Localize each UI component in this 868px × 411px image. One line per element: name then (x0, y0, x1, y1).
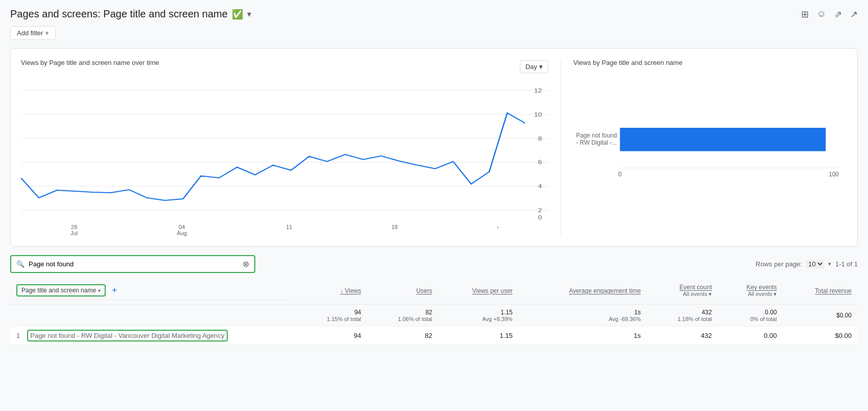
col-header-total-revenue[interactable]: Total revenue (783, 277, 858, 305)
svg-text:6: 6 (538, 159, 542, 165)
col-header-event-count[interactable]: Event count All events ▾ (647, 277, 718, 305)
add-column-button[interactable]: + (112, 285, 117, 296)
day-selector-label: Day (525, 63, 537, 71)
views-label: ↓ Views (340, 287, 361, 294)
row-index: 1 (16, 332, 20, 339)
totals-row: 94 1.15% of total 82 1.06% of total 1.15… (10, 305, 858, 327)
title-area: Pages and screens: Page title and screen… (10, 8, 251, 20)
search-box[interactable]: 🔍 ⊗ (10, 255, 255, 273)
line-chart-title: Views by Page title and screen name over… (21, 59, 159, 66)
col-filter-arrow[interactable]: ▾ (98, 288, 101, 293)
svg-text:0: 0 (538, 214, 542, 220)
add-filter-plus: + (45, 29, 49, 37)
search-clear-icon[interactable]: ⊗ (243, 259, 249, 269)
rows-per-page-dropdown-icon: ▾ (828, 261, 831, 267)
svg-text:4: 4 (538, 183, 542, 189)
x-sub-aug: Aug (177, 230, 187, 236)
svg-text:Page not found: Page not found (576, 131, 617, 139)
col-filter-label: Page title and screen name (21, 287, 96, 294)
rows-per-page-control: Rows per page: 10 25 50 ▾ 1-1 of 1 (756, 260, 858, 268)
totals-total-revenue: $0.00 (783, 305, 858, 327)
line-chart-svg: 12 10 8 6 4 2 0 (21, 79, 548, 222)
svg-text:8: 8 (538, 135, 542, 142)
row-index-cell: 1 Page not found - RW Digital - Vancouve… (10, 327, 296, 345)
col-header-key-events[interactable]: Key events All events ▾ (718, 277, 783, 305)
svg-text:0: 0 (618, 171, 622, 178)
x-label-28: 28 (71, 224, 77, 230)
totals-views-per-user: 1.15 Avg +8.39% (439, 305, 519, 327)
row-views: 94 (296, 327, 367, 345)
users-label: Users (416, 287, 432, 294)
event-count-sub[interactable]: All events ▾ (653, 291, 712, 298)
col-header-avg-engagement[interactable]: Average engagement time (519, 277, 647, 305)
totals-label (10, 305, 296, 327)
event-count-dropdown[interactable]: ▾ (709, 291, 712, 297)
add-filter-button[interactable]: Add filter + (10, 26, 56, 40)
page-title: Pages and screens: Page title and screen… (10, 8, 228, 20)
key-events-label: Key events (746, 284, 777, 291)
day-selector-arrow: ▾ (539, 63, 543, 71)
totals-avg-engagement: 1s Avg -69.36% (519, 305, 647, 327)
row-views-per-user: 1.15 (439, 327, 519, 345)
annotate-icon[interactable]: ↗ (850, 9, 858, 20)
line-chart-area: 12 10 8 6 4 2 0 (21, 79, 548, 222)
col-filter-badge[interactable]: Page title and screen name ▾ (16, 284, 106, 296)
avg-engagement-label: Average engagement time (569, 287, 641, 294)
x-axis-labels: 28 Jul 04 Aug 11 18 › (21, 224, 548, 236)
totals-views: 94 1.15% of total (296, 305, 367, 327)
day-selector[interactable]: Day ▾ (520, 60, 548, 73)
rows-per-page-select[interactable]: 10 25 50 (806, 260, 824, 268)
title-dropdown-arrow[interactable]: ▾ (247, 9, 251, 19)
face-icon[interactable]: ☺ (817, 9, 826, 19)
col-header-users[interactable]: Users (367, 277, 438, 305)
totals-users: 82 1.06% of total (367, 305, 438, 327)
totals-key-events: 0.00 0% of total (718, 305, 783, 327)
x-label-18: 18 (392, 224, 398, 230)
svg-text:10: 10 (534, 111, 542, 118)
x-sub-jul: Jul (70, 230, 78, 236)
svg-text:100: 100 (829, 171, 839, 178)
add-filter-label: Add filter (17, 29, 43, 37)
compare-icon[interactable]: ⊞ (801, 9, 809, 20)
views-per-user-label: Views per user (472, 287, 513, 294)
bar-chart-title: Views by Page title and screen name (573, 59, 683, 66)
row-users: 82 (367, 327, 438, 345)
row-avg-engagement: 1s (519, 327, 647, 345)
rows-per-page-label: Rows per page: (756, 260, 802, 268)
column-filter-row: Page title and screen name ▾ + (16, 281, 290, 300)
share-icon[interactable]: ⇗ (834, 9, 842, 20)
event-count-label: Event count (680, 284, 712, 291)
line-chart-header: Views by Page title and screen name over… (21, 59, 548, 75)
svg-text:12: 12 (534, 87, 542, 94)
search-icon: 🔍 (16, 260, 25, 268)
totals-event-count: 432 1.18% of total (647, 305, 718, 327)
next-arrow[interactable]: › (497, 224, 499, 236)
svg-rect-15 (620, 128, 826, 151)
svg-text:2: 2 (538, 207, 542, 213)
data-table: Page title and screen name ▾ + ↓ Views U… (10, 277, 858, 345)
svg-text:- RW Digital -...: - RW Digital -... (576, 139, 617, 146)
search-input[interactable] (29, 260, 238, 268)
x-label-04: 04 (179, 224, 185, 230)
table-row: 1 Page not found - RW Digital - Vancouve… (10, 327, 858, 345)
row-total-revenue: $0.00 (783, 327, 858, 345)
col-header-views[interactable]: ↓ Views (296, 277, 367, 305)
header-actions: ⊞ ☺ ⇗ ↗ (801, 9, 858, 20)
total-revenue-label: Total revenue (815, 287, 852, 294)
table-controls: 🔍 ⊗ Rows per page: 10 25 50 ▾ 1-1 of 1 (10, 255, 858, 273)
col-header-dimension: Page title and screen name ▾ + (10, 277, 296, 305)
x-label-11: 11 (286, 224, 292, 230)
row-name-cell: 1 Page not found - RW Digital - Vancouve… (16, 331, 290, 340)
verified-icon: ✅ (232, 9, 243, 20)
charts-row: Views by Page title and screen name over… (21, 59, 847, 236)
key-events-sub[interactable]: All events ▾ (724, 291, 777, 298)
table-header-row: Page title and screen name ▾ + ↓ Views U… (10, 277, 858, 305)
charts-card: Views by Page title and screen name over… (10, 48, 858, 247)
col-header-views-per-user[interactable]: Views per user (439, 277, 519, 305)
line-chart-section: Views by Page title and screen name over… (21, 59, 561, 236)
key-events-dropdown[interactable]: ▾ (774, 291, 777, 297)
row-event-count: 432 (647, 327, 718, 345)
row-page-name[interactable]: Page not found - RW Digital - Vancouver … (28, 331, 226, 340)
table-section: 🔍 ⊗ Rows per page: 10 25 50 ▾ 1-1 of 1 (10, 255, 858, 345)
bar-chart-area: Page not found - RW Digital -... 0 100 (573, 79, 847, 201)
